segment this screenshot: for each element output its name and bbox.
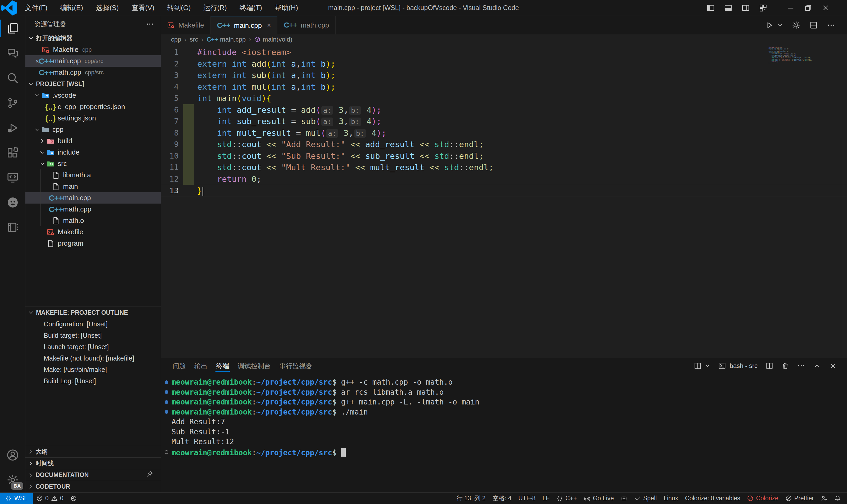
- close-icon[interactable]: ×: [267, 22, 271, 29]
- terminal-line[interactable]: Add Result:7: [165, 417, 847, 427]
- activity-bar-item-settings[interactable]: BA: [0, 467, 25, 492]
- close-panel-button[interactable]: [829, 362, 837, 370]
- status-encoding[interactable]: UTF-8: [515, 495, 539, 502]
- status-feedback[interactable]: [817, 495, 831, 502]
- more-actions-button[interactable]: [827, 21, 835, 30]
- launch-profile-button[interactable]: [694, 362, 702, 370]
- status-problems[interactable]: 00: [33, 492, 67, 504]
- outline-item[interactable]: Build target: [Unset]: [25, 330, 161, 341]
- open-editors-section-header[interactable]: 打开的编辑器: [25, 32, 161, 44]
- code-line-7[interactable]: 7 int sub_result = sub(a: 3,b: 4);: [161, 116, 847, 127]
- editor-tab-main.cpp[interactable]: C++main.cpp×: [211, 16, 277, 34]
- launch-profile-dropdown-icon[interactable]: [705, 363, 710, 368]
- activity-bar-item-chat[interactable]: [0, 41, 25, 66]
- outline-item[interactable]: Launch target: [Unset]: [25, 341, 161, 353]
- tree-item-program[interactable]: program: [25, 238, 161, 249]
- pin-icon[interactable]: [146, 470, 155, 480]
- menu-item[interactable]: 文件(F): [19, 0, 54, 16]
- status-cursor-position[interactable]: 行 13, 列 2: [453, 494, 489, 502]
- outline-item[interactable]: Makefile (not found): [makefile]: [25, 353, 161, 364]
- status-os[interactable]: Linux: [660, 495, 682, 502]
- status-prettier[interactable]: Prettier: [782, 495, 817, 502]
- status-spell[interactable]: Spell: [631, 495, 660, 502]
- code-line-2[interactable]: 2extern int add(int a,int b);: [161, 58, 847, 70]
- activity-bar-item-extensions[interactable]: [0, 140, 25, 165]
- panel-tab-串行监视器[interactable]: 串行监视器: [275, 358, 317, 374]
- status-language-mode[interactable]: C++: [553, 495, 580, 502]
- code-line-9[interactable]: 9 std::cout << "Add Result:" << add_resu…: [161, 139, 847, 150]
- editor-scrollbar[interactable]: [841, 138, 841, 357]
- run-button[interactable]: [765, 21, 773, 30]
- sidebar-section-codetour[interactable]: CODETOUR: [25, 481, 161, 492]
- terminal-line[interactable]: Sub Result:-1: [165, 427, 847, 437]
- layout-sidebar-left-icon[interactable]: [707, 4, 715, 12]
- terminal-line[interactable]: Mult Result:12: [165, 437, 847, 447]
- breadcrumb-item[interactable]: main(void): [254, 36, 292, 43]
- tree-item-src[interactable]: src: [25, 158, 161, 169]
- code-line-11[interactable]: 11 std::cout << "Mult Result:" << mult_r…: [161, 162, 847, 174]
- tree-item-main.cpp[interactable]: C++main.cpp: [25, 192, 161, 203]
- code-line-4[interactable]: 4extern int mul(int a,int b);: [161, 81, 847, 93]
- outline-item[interactable]: Build Log: [Unset]: [25, 375, 161, 387]
- minimap[interactable]: #include <iostream>extern int add(int a,…: [769, 47, 813, 64]
- maximize-panel-button[interactable]: [813, 362, 821, 370]
- customize-layout-icon[interactable]: [759, 4, 767, 12]
- outline-item[interactable]: Make: [/usr/bin/make]: [25, 364, 161, 375]
- terminal-line[interactable]: meowrain@redmibook:~/project/cpp/src$ g+…: [165, 397, 847, 407]
- code-line-12[interactable]: 12 return 0;: [161, 174, 847, 185]
- menu-item[interactable]: 编辑(E): [54, 0, 89, 16]
- status-copilot[interactable]: [617, 495, 631, 502]
- close-icon[interactable]: [822, 4, 830, 12]
- menu-item[interactable]: 帮助(H): [268, 0, 304, 16]
- tree-item-makefile[interactable]: Makefile: [25, 226, 161, 238]
- breadcrumb-item[interactable]: cpp: [171, 36, 181, 43]
- tree-item-c-cpp-properties.json[interactable]: {..}c_cpp_properties.json: [25, 101, 161, 112]
- panel-tab-输出[interactable]: 输出: [190, 358, 212, 374]
- remote-indicator[interactable]: WSL: [0, 492, 33, 504]
- layout-sidebar-right-icon[interactable]: [742, 4, 750, 12]
- terminal-line[interactable]: meowrain@redmibook:~/project/cpp/src$: [165, 447, 847, 458]
- run-dropdown-icon[interactable]: [777, 22, 783, 28]
- editor-tab-math.cpp[interactable]: C++math.cpp: [277, 16, 336, 34]
- open-editor-item[interactable]: Makefilecpp: [25, 44, 161, 55]
- restore-icon[interactable]: [804, 4, 812, 12]
- code-line-6[interactable]: 6 int add_result = add(a: 3,b: 4);: [161, 104, 847, 116]
- panel-tab-调试控制台[interactable]: 调试控制台: [233, 358, 275, 374]
- tree-item-.vscode[interactable]: .vscode: [25, 90, 161, 101]
- activity-bar-item-github[interactable]: [0, 190, 25, 215]
- split-editor-button[interactable]: [809, 21, 818, 30]
- tree-item-cpp[interactable]: cpp: [25, 124, 161, 135]
- menu-item[interactable]: 终端(T): [233, 0, 268, 16]
- terminal-tab-icon[interactable]: [718, 362, 726, 370]
- sidebar-section--[interactable]: 大纲: [25, 446, 161, 457]
- tree-item-libmath.a[interactable]: libmath.a: [25, 169, 161, 181]
- layout-panel-icon[interactable]: [724, 4, 732, 12]
- sidebar-section--[interactable]: 时间线: [25, 457, 161, 469]
- terminal-tab-title[interactable]: bash - src: [730, 362, 758, 370]
- status-eol[interactable]: LF: [539, 495, 553, 502]
- code-editor[interactable]: 1#include <iostream>2extern int add(int …: [161, 44, 847, 358]
- activity-bar-item-accounts[interactable]: [0, 443, 25, 467]
- minimize-icon[interactable]: [787, 4, 795, 12]
- status-colorize[interactable]: Colorize: [743, 495, 781, 502]
- tree-item-math.o[interactable]: math.o: [25, 215, 161, 226]
- code-line-1[interactable]: 1#include <iostream>: [161, 47, 847, 58]
- breadcrumb[interactable]: cpp›src›C++main.cpp›main(void): [161, 34, 847, 44]
- panel-more-actions-button[interactable]: [797, 362, 805, 370]
- status-notifications[interactable]: [831, 495, 844, 502]
- terminal-line[interactable]: meowrain@redmibook:~/project/cpp/src$ g+…: [165, 377, 847, 387]
- menu-item[interactable]: 查看(V): [125, 0, 161, 16]
- split-terminal-button[interactable]: [765, 362, 773, 370]
- code-line-5[interactable]: 5int main(void){: [161, 93, 847, 104]
- breadcrumb-item[interactable]: src: [190, 36, 198, 43]
- more-actions-icon[interactable]: [146, 20, 154, 28]
- menu-item[interactable]: 选择(S): [89, 0, 125, 16]
- terminal-line[interactable]: meowrain@redmibook:~/project/cpp/src$ ar…: [165, 387, 847, 397]
- code-line-3[interactable]: 3extern int sub(int a,int b);: [161, 70, 847, 81]
- tree-item-settings.json[interactable]: {..}settings.json: [25, 112, 161, 124]
- status-go-live[interactable]: Go Live: [580, 495, 617, 502]
- terminal-line[interactable]: meowrain@redmibook:~/project/cpp/src$ ./…: [165, 407, 847, 417]
- open-editor-item[interactable]: ×C++main.cppcpp/src: [25, 55, 161, 67]
- tree-item-include[interactable]: include: [25, 147, 161, 158]
- menu-item[interactable]: 运行(R): [197, 0, 233, 16]
